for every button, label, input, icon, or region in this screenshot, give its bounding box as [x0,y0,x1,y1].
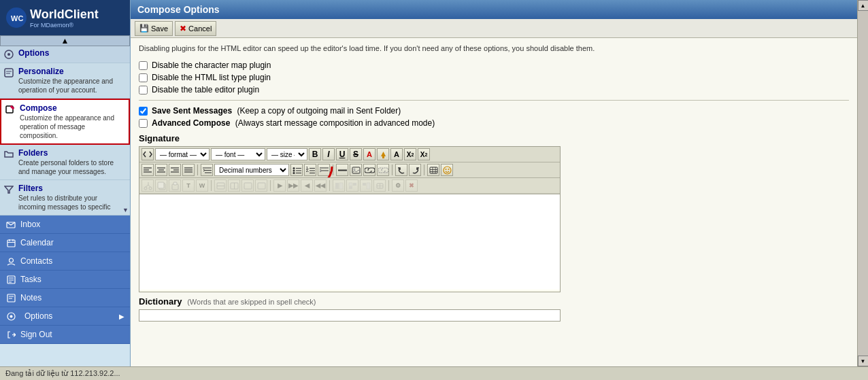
size-select[interactable]: — size — [267,148,307,160]
sidebar-item-options-nav[interactable]: Options ▶ [0,307,130,326]
sidebar-item-tasks[interactable]: Tasks [0,271,130,289]
table-editor-checkbox-item: Disable the table editor plugin [139,85,849,94]
ordered-list-btn[interactable]: 1.2. [304,164,316,176]
options-nav-icon [5,311,16,322]
hr-btn[interactable] [336,164,348,176]
svg-rect-79 [244,183,252,189]
sidebar-item-calendar[interactable]: Calendar [0,234,130,252]
scroll-up-arrow[interactable]: ▲ [858,0,869,11]
options-label: Options [18,48,49,58]
sidebar-item-folders[interactable]: Folders Create personal folders to store… [0,145,130,180]
plugin-checkboxes: Disable the character map plugin Disable… [139,61,849,94]
sidebar-item-personalize[interactable]: Personalize Customize the appearance and… [0,63,130,99]
more-btn4[interactable]: ◀◀ [314,179,327,192]
cancel-button[interactable]: ✖ Cancel [175,21,216,36]
personalize-icon [4,68,15,79]
editor-source-btn[interactable] [141,148,154,160]
format-select[interactable]: — format — [155,148,210,160]
unlink-btn[interactable] [377,164,389,176]
font-color-btn[interactable]: A [363,148,375,160]
subscript-btn[interactable]: X2 [404,148,416,160]
svg-rect-85 [349,186,352,189]
save-sent-checkbox[interactable] [139,107,148,116]
separator-6 [270,180,271,191]
main-content: Compose Options 💾 Save ✖ Cancel Disablin… [131,0,857,366]
more-btn1[interactable]: ▶ [273,179,286,192]
justify-btn[interactable] [182,164,195,176]
sidebar-item-notes[interactable]: Notes [0,289,130,307]
unordered-list-btn[interactable] [290,164,303,176]
filters-desc: Set rules to distribute your incoming me… [18,194,126,211]
more-btn3[interactable]: ◀ [301,179,313,192]
signature-editor[interactable] [139,194,560,290]
sidebar-item-contacts[interactable]: Contacts [0,252,130,271]
underline-btn[interactable]: U [336,148,348,160]
more-btn2[interactable]: ▶▶ [287,179,299,192]
advanced-compose-checkbox[interactable] [139,119,148,128]
emoticon-btn[interactable] [441,164,453,176]
table-editor-checkbox[interactable] [139,86,148,94]
cut-btn[interactable] [141,179,154,192]
paste-word-btn[interactable]: W [196,179,208,192]
italic-btn[interactable]: I [322,148,335,160]
strikethrough-btn[interactable]: S [350,148,362,160]
sidebar-item-options-top[interactable]: Options [0,46,130,63]
dictionary-input[interactable] [139,309,561,322]
save-button[interactable]: 💾 Save [135,21,173,36]
indent-btn[interactable] [201,164,213,176]
redo-btn[interactable] [409,164,421,176]
indent-in-btn[interactable] [318,164,330,176]
td-btn[interactable] [373,179,386,192]
sidebar-item-compose[interactable]: Compose Customize the appearance and ope… [0,99,130,145]
scroll-track[interactable] [858,11,869,356]
html-list-checkbox[interactable] [139,73,148,82]
cols-btn[interactable] [228,179,240,192]
paste-text-btn[interactable]: T [182,179,195,192]
separator-5 [211,180,212,191]
rows-btn[interactable] [214,179,227,192]
delete-btn[interactable]: ✖ [405,179,418,192]
inbox-label: Inbox [20,220,40,229]
dictionary-section: Dictionary (Words that are skipped in sp… [139,296,849,322]
text-align-btn[interactable]: A [390,148,403,160]
list-type-select[interactable]: Decimal numbers [214,164,289,176]
personalize-desc: Customize the appearance and operation o… [18,77,126,94]
page-title-bar: Compose Options [131,0,857,19]
svg-rect-83 [349,183,352,186]
sidebar-item-signout[interactable]: Sign Out [0,326,130,344]
cancel-label: Cancel [188,24,212,33]
sidebar-item-filters[interactable]: Filters Set rules to distribute your inc… [0,180,130,215]
undo-btn[interactable] [395,164,407,176]
svg-rect-81 [335,183,339,189]
scroll-down-arrow[interactable]: ▼ [858,356,869,366]
image-btn[interactable] [350,164,362,176]
folders-desc: Create personal folders to store and man… [18,158,126,176]
svg-text:WC: WC [11,14,23,22]
char-map-checkbox[interactable] [139,61,148,70]
block-btn3[interactable] [360,179,372,192]
bold-btn[interactable]: B [309,148,321,160]
highlight-btn[interactable] [377,148,389,160]
table-btn[interactable] [427,164,439,176]
indent-in2-btn[interactable] [255,179,267,192]
block-btn1[interactable] [333,179,345,192]
svg-point-67 [149,187,152,190]
toolbar: 💾 Save ✖ Cancel [131,19,857,38]
align-left-btn[interactable] [141,164,154,176]
align-right-btn[interactable] [169,164,181,176]
editor-content-area [139,194,560,292]
sidebar-item-inbox[interactable]: Inbox [0,215,130,234]
copy-btn[interactable] [155,179,167,192]
props-btn[interactable]: ⚙ [392,179,404,192]
svg-point-62 [444,167,451,174]
svg-point-43 [293,172,295,174]
paste-btn[interactable] [169,179,181,192]
block-btn2[interactable] [346,179,358,192]
svg-point-42 [293,169,295,171]
indent-out-btn[interactable] [241,179,254,192]
link-btn[interactable] [363,164,375,176]
align-center-btn[interactable] [155,164,167,176]
font-select[interactable]: — font — [211,148,265,160]
sidebar-scroll-up[interactable]: ▲ [0,35,130,46]
superscript-btn[interactable]: X2 [418,148,430,160]
